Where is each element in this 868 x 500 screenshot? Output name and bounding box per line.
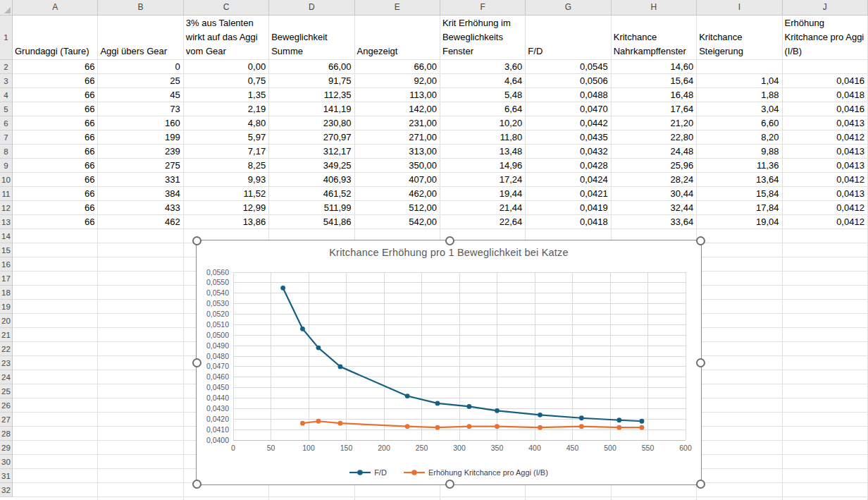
cell-J11[interactable]: 0,0413 (783, 187, 868, 201)
row-header-12[interactable]: 12 (0, 201, 13, 215)
cell-F1[interactable]: Krit Erhöhung im Beweglichkeits Fenster (440, 16, 526, 60)
cell-H1[interactable]: Kritchance Nahrkampffenster (612, 16, 697, 60)
cell-A19[interactable] (13, 300, 98, 314)
cell-I27[interactable] (697, 413, 782, 427)
cell-H4[interactable]: 16,48 (612, 88, 697, 102)
cell-A13[interactable]: 66 (13, 215, 98, 229)
cell-H13[interactable]: 33,64 (612, 215, 697, 229)
row-header-31[interactable]: 31 (0, 469, 13, 483)
cell-H12[interactable]: 32,44 (612, 201, 697, 215)
cell-B21[interactable] (98, 328, 183, 342)
cell-A22[interactable] (13, 342, 98, 356)
cell-J21[interactable] (783, 328, 868, 342)
cell-A14[interactable] (13, 229, 98, 243)
cell-F4[interactable]: 5,48 (440, 88, 526, 102)
cell-E3[interactable]: 92,00 (355, 74, 440, 88)
cell-B5[interactable]: 73 (98, 102, 183, 116)
cell-I17[interactable] (697, 272, 782, 286)
cell-F5[interactable]: 6,64 (440, 102, 526, 116)
row-header-32[interactable]: 32 (0, 483, 13, 497)
cell-C6[interactable]: 4,80 (184, 116, 269, 130)
column-header-G[interactable]: G (526, 0, 611, 16)
cell-A7[interactable]: 66 (13, 130, 98, 145)
cell-D6[interactable]: 230,80 (269, 116, 354, 130)
data-point-marker[interactable] (495, 408, 500, 413)
cell-D33[interactable] (269, 497, 354, 500)
cell-B9[interactable]: 275 (98, 159, 183, 173)
row-header-5[interactable]: 5 (0, 102, 13, 116)
cell-H10[interactable]: 28,24 (612, 173, 697, 187)
cell-B18[interactable] (98, 286, 183, 300)
column-header-J[interactable]: J (783, 0, 868, 16)
cell-C4[interactable]: 1,35 (184, 88, 269, 102)
row-header-17[interactable]: 17 (0, 272, 13, 286)
cell-B16[interactable] (98, 257, 183, 272)
cell-A3[interactable]: 66 (13, 74, 98, 88)
cell-D11[interactable]: 461,52 (269, 187, 354, 201)
cell-J3[interactable]: 0,0416 (783, 74, 868, 88)
cell-D2[interactable]: 66,00 (269, 60, 354, 74)
row-header-11[interactable]: 11 (0, 187, 13, 201)
cell-B26[interactable] (98, 398, 183, 413)
cell-C11[interactable]: 11,52 (184, 187, 269, 201)
selection-handle-top-left[interactable] (192, 236, 202, 245)
cell-B10[interactable]: 331 (98, 173, 183, 187)
cell-I7[interactable]: 8,20 (697, 130, 782, 145)
cell-G7[interactable]: 0,0435 (526, 130, 611, 145)
row-header-23[interactable]: 23 (0, 356, 13, 370)
row-header-6[interactable]: 6 (0, 116, 13, 130)
data-point-marker[interactable] (467, 424, 472, 429)
cell-B31[interactable] (98, 469, 183, 483)
cell-J30[interactable] (783, 455, 868, 469)
cell-E9[interactable]: 350,00 (355, 159, 440, 173)
cell-F8[interactable]: 13,48 (440, 145, 526, 159)
row-header-1[interactable]: 1 (0, 16, 13, 60)
cell-E7[interactable]: 271,00 (355, 130, 440, 145)
cell-C7[interactable]: 5,97 (184, 130, 269, 145)
selection-handle-top-middle[interactable] (445, 236, 454, 245)
cell-F12[interactable]: 21,44 (440, 201, 526, 215)
row-header-25[interactable]: 25 (0, 384, 13, 398)
cell-A5[interactable]: 66 (13, 102, 98, 116)
cell-I3[interactable]: 1,04 (697, 74, 782, 88)
cell-G12[interactable]: 0,0419 (526, 201, 611, 215)
row-header-21[interactable]: 21 (0, 328, 13, 342)
selection-handle-bottom-middle[interactable] (445, 480, 454, 489)
cell-J1[interactable]: Erhöhung Kritchance pro Aggi (I/B) (783, 16, 868, 60)
cell-G9[interactable]: 0,0428 (526, 159, 611, 173)
cell-A24[interactable] (13, 370, 98, 384)
row-header-18[interactable]: 18 (0, 286, 13, 300)
cell-B29[interactable] (98, 441, 183, 455)
cell-G5[interactable]: 0,0470 (526, 102, 611, 116)
cell-I20[interactable] (697, 314, 782, 328)
cell-J31[interactable] (783, 469, 868, 483)
cell-G33[interactable] (526, 497, 611, 500)
cell-I21[interactable] (697, 328, 782, 342)
cell-A1[interactable]: Grundaggi (Taure) (13, 16, 98, 60)
cell-A2[interactable]: 66 (13, 60, 98, 74)
column-header-F[interactable]: F (440, 0, 526, 16)
data-point-marker[interactable] (405, 394, 410, 398)
cell-D8[interactable]: 312,17 (269, 145, 354, 159)
cell-B23[interactable] (98, 356, 183, 370)
cell-A31[interactable] (13, 469, 98, 483)
cell-I9[interactable]: 11,36 (697, 159, 782, 173)
cell-J22[interactable] (783, 342, 868, 356)
cell-J10[interactable]: 0,0412 (783, 173, 868, 187)
cell-G10[interactable]: 0,0424 (526, 173, 611, 187)
cell-G3[interactable]: 0,0506 (526, 74, 611, 88)
cell-J13[interactable]: 0,0412 (783, 215, 868, 229)
cell-B33[interactable] (98, 497, 183, 500)
cell-D12[interactable]: 511,99 (269, 201, 354, 215)
cell-C8[interactable]: 7,17 (184, 145, 269, 159)
row-header-3[interactable]: 3 (0, 74, 13, 88)
cell-F13[interactable]: 22,64 (440, 215, 526, 229)
cell-B13[interactable]: 462 (98, 215, 183, 229)
column-header-D[interactable]: D (269, 0, 354, 16)
cell-B24[interactable] (98, 370, 183, 384)
cell-A9[interactable]: 66 (13, 159, 98, 173)
cell-J23[interactable] (783, 356, 868, 370)
cell-B15[interactable] (98, 243, 183, 257)
cell-J27[interactable] (783, 413, 868, 427)
cell-I31[interactable] (697, 469, 782, 483)
